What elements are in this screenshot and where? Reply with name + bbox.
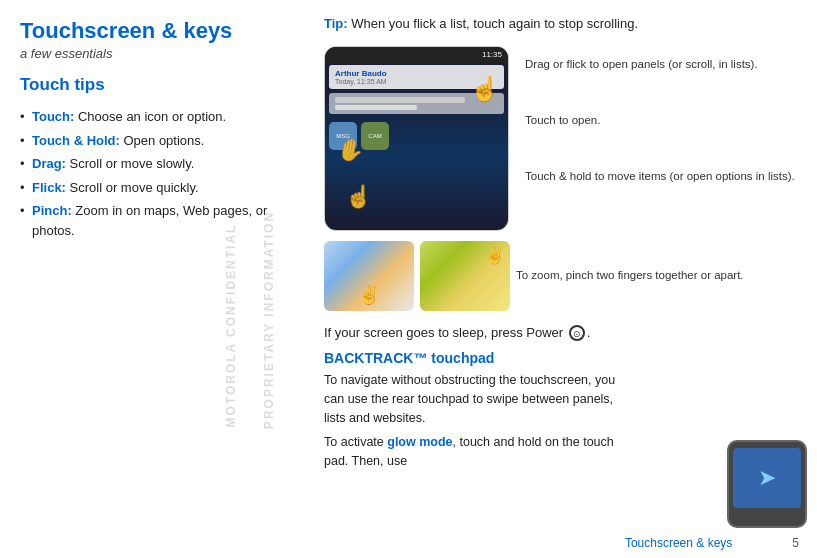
glow-mode-link: glow mode	[387, 435, 452, 449]
list-item: Touch & Hold: Open options.	[20, 129, 290, 153]
term-touch-desc: Choose an icon or option.	[74, 109, 226, 124]
screenshots-wrapper: 11:35 Arthur Baudo Today, 11:35 AM	[324, 46, 799, 231]
section-heading: Touch tips	[20, 75, 290, 95]
list-item: Touch: Choose an icon or option.	[20, 105, 290, 129]
phone-time: 11:35	[482, 50, 502, 59]
backtrack-text-2: To activate glow mode, touch and hold on…	[324, 433, 624, 471]
backtrack-prefix: To activate	[324, 435, 384, 449]
phone-screenshot: 11:35 Arthur Baudo Today, 11:35 AM	[324, 46, 509, 231]
page-footer: Touchscreen & keys 5	[625, 536, 799, 550]
term-drag: Drag:	[32, 156, 66, 171]
term-touch: Touch:	[32, 109, 74, 124]
footer-label: Touchscreen & keys	[625, 536, 732, 550]
phone-arrow-icon: ➤	[758, 465, 776, 491]
annotation-1-text: Drag or flick to open panels (or scroll,…	[525, 58, 758, 70]
touch-cursor-bottom: ☝	[345, 184, 372, 210]
zoom-area: ✌ ✌ To zoom, pinch two fingers together …	[324, 241, 799, 311]
zoom-annotation: To zoom, pinch two fingers together or a…	[516, 267, 799, 283]
list-item: Drag: Scroll or move slowly.	[20, 152, 290, 176]
zoom-image-1: ✌	[324, 241, 414, 311]
annotation-2-text: Touch to open.	[525, 114, 600, 126]
power-sleep-text: If your screen goes to sleep, press Powe…	[324, 323, 799, 343]
phone-screen: 11:35 Arthur Baudo Today, 11:35 AM	[325, 47, 508, 230]
list-item: Flick: Scroll or move quickly.	[20, 176, 290, 200]
term-touch-hold-desc: Open options.	[120, 133, 205, 148]
page-subtitle: a few essentials	[20, 46, 290, 61]
backtrack-text-1: To navigate without obstructing the touc…	[324, 371, 624, 427]
page-number: 5	[792, 536, 799, 550]
tip-text: Tip: When you flick a list, touch again …	[324, 14, 799, 34]
annotation-2: Touch to open.	[521, 112, 795, 128]
backtrack-heading: BACKTRACK™ touchpad	[324, 350, 799, 366]
term-drag-desc: Scroll or move slowly.	[66, 156, 194, 171]
bullet-list: Touch: Choose an icon or option. Touch &…	[20, 105, 290, 242]
term-flick-desc: Scroll or move quickly.	[66, 180, 199, 195]
touch-cursor-mid: ✋	[335, 134, 366, 164]
tip-content: When you flick a list, touch again to st…	[348, 16, 638, 31]
annotation-3: Touch & hold to move items (or open opti…	[521, 168, 795, 184]
svg-text:MOTOROLA CONFIDENTIAL -: MOTOROLA CONFIDENTIAL -	[224, 212, 238, 427]
term-touch-hold: Touch & Hold:	[32, 133, 120, 148]
annotation-3-text: Touch & hold to move items (or open opti…	[525, 170, 795, 182]
phone-device: ➤	[727, 440, 807, 528]
power-icon: ⊙	[569, 325, 585, 341]
phone-device-screen: ➤	[733, 448, 801, 508]
left-column: Touchscreen & keys a few essentials Touc…	[0, 0, 310, 558]
camera-icon: CAM	[361, 122, 389, 150]
term-flick: Flick:	[32, 180, 66, 195]
svg-text:PROPRIETARY INFORMATION: PROPRIETARY INFORMATION	[262, 211, 276, 429]
right-column: Tip: When you flick a list, touch again …	[310, 0, 817, 558]
zoom-image-2: ✌	[420, 241, 510, 311]
touch-cursor-top: ☝	[470, 75, 500, 103]
term-pinch: Pinch:	[32, 203, 72, 218]
list-item: Pinch: Zoom in on maps, Web pages, or ph…	[20, 199, 290, 242]
annotation-1: Drag or flick to open panels (or scroll,…	[521, 56, 795, 72]
page-title: Touchscreen & keys	[20, 18, 290, 44]
pinch-cursor: ✌	[358, 284, 380, 306]
callout-block: Drag or flick to open panels (or scroll,…	[521, 46, 795, 231]
phone-status-bar: 11:35	[325, 47, 508, 63]
tip-label: Tip:	[324, 16, 348, 31]
bottom-right-phone: ➤	[727, 440, 817, 530]
power-sleep-label: If your screen goes to sleep, press Powe…	[324, 325, 563, 340]
